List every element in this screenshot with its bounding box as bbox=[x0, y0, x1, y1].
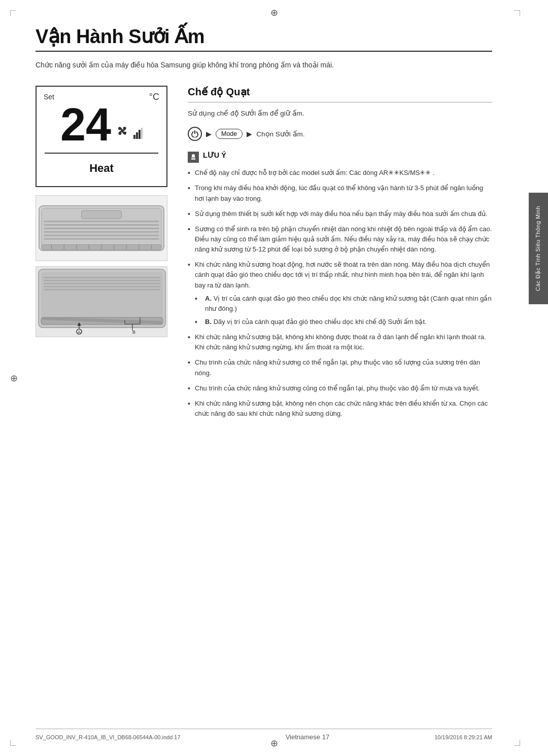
svg-rect-45 bbox=[191, 159, 195, 160]
page-subtitle: Chức năng sưởi ấm của máy điều hòa Samsu… bbox=[36, 60, 492, 70]
svg-rect-4 bbox=[141, 128, 143, 139]
sub-label-a: A. bbox=[205, 295, 212, 302]
note-item-7: Chu trình của chức năng khử sương có thể… bbox=[188, 357, 492, 378]
svg-rect-11 bbox=[44, 235, 159, 236]
section-heading: Chế độ Quạt bbox=[188, 86, 492, 102]
note-item-5: Khi chức năng khử sương hoạt động, hơi n… bbox=[188, 260, 492, 327]
title-divider bbox=[36, 51, 492, 52]
corner-mark-bl bbox=[10, 740, 16, 746]
svg-rect-10 bbox=[44, 231, 159, 233]
svg-rect-1 bbox=[133, 135, 135, 139]
note-item-2: Trong khi máy điều hòa khởi động, lúc đầ… bbox=[188, 183, 492, 203]
footer-page-number: Vietnamese 17 bbox=[286, 733, 330, 741]
note-item-6: Khi chức năng khử sương bật, không khí k… bbox=[188, 332, 492, 352]
svg-rect-13 bbox=[82, 211, 122, 219]
svg-rect-7 bbox=[44, 221, 159, 222]
ac-unit-top-image bbox=[36, 195, 167, 261]
sub-notes-list: A. Vị trí của cánh quạt đảo gió theo chi… bbox=[195, 294, 492, 327]
svg-rect-3 bbox=[139, 130, 141, 139]
side-tab: Các Đặc Tính Siêu Thông Minh bbox=[529, 193, 548, 304]
right-column: Chế độ Quạt Sử dụng chế độ Sưởi ấm để gi… bbox=[188, 86, 492, 424]
notes-list: Chế độ này chỉ được hỗ trợ bởi các model… bbox=[188, 168, 492, 419]
svg-rect-25 bbox=[41, 272, 163, 322]
sub-note-a: A. Vị trí của cánh quạt đảo gió theo chi… bbox=[195, 294, 492, 314]
svg-rect-9 bbox=[44, 228, 159, 229]
sub-label-b: B. bbox=[205, 318, 212, 326]
sub-text-b: Dãy vị trí của cánh quạt đảo gió theo ch… bbox=[214, 318, 427, 326]
svg-rect-30 bbox=[44, 289, 160, 291]
svg-point-0 bbox=[121, 129, 124, 132]
sub-note-b: B. Dãy vị trí của cánh quạt đảo gió theo… bbox=[195, 317, 492, 327]
svg-rect-44 bbox=[191, 158, 195, 159]
footer-timestamp: 10/19/2016 8:29:21 AM bbox=[434, 734, 492, 740]
svg-rect-28 bbox=[44, 283, 160, 284]
arrow-right-1: ▶ bbox=[206, 130, 212, 138]
set-label: Set bbox=[44, 93, 54, 101]
note-item-9: Khi chức năng khử sương bật, không nên c… bbox=[188, 399, 492, 419]
note-item-8: Chu trình của chức năng khử sương cũng c… bbox=[188, 383, 492, 393]
mode-instruction-text: Chọn Sưởi ấm. bbox=[256, 130, 304, 138]
note-item-1: Chế độ này chỉ được hỗ trợ bởi các model… bbox=[188, 168, 492, 178]
page-footer: SV_GOOD_INV_R-410A_IB_VI_DB68-06544A-00.… bbox=[36, 729, 492, 741]
heat-label: Heat bbox=[45, 159, 158, 176]
temperature-display: 24 bbox=[45, 102, 158, 148]
left-column: Set °C 24 bbox=[36, 86, 167, 337]
corner-mark-br bbox=[514, 740, 520, 746]
arrow-right-2: ▶ bbox=[247, 130, 252, 138]
svg-text:A: A bbox=[78, 330, 81, 335]
svg-rect-2 bbox=[136, 132, 138, 139]
two-column-layout: Set °C 24 bbox=[36, 86, 492, 424]
main-content: Vận Hành Sưởi Ấm Chức năng sưởi ấm của m… bbox=[0, 0, 548, 454]
footer-filename: SV_GOOD_INV_R-410A_IB_VI_DB68-06544A-00.… bbox=[36, 734, 181, 740]
reg-mark-top: ⊕ bbox=[270, 7, 278, 18]
svg-rect-27 bbox=[44, 280, 160, 281]
section-description: Sử dụng chế độ Sưởi ấm để giữ ấm. bbox=[188, 109, 492, 119]
svg-text:B: B bbox=[132, 330, 135, 335]
note-heading: LƯU Ý bbox=[203, 151, 226, 159]
mode-button: Mode bbox=[216, 129, 243, 139]
corner-mark-tl bbox=[10, 10, 16, 16]
svg-rect-43 bbox=[193, 154, 194, 155]
mode-instruction: ▶ Mode ▶ Chọn Sưởi ấm. bbox=[188, 127, 492, 141]
power-icon bbox=[188, 127, 202, 141]
svg-rect-29 bbox=[44, 286, 160, 287]
signal-icon bbox=[133, 128, 143, 140]
page-title: Vận Hành Sưởi Ấm bbox=[36, 25, 492, 48]
fan-icon bbox=[113, 122, 131, 142]
note-icon bbox=[188, 152, 199, 163]
celsius-symbol: °C bbox=[149, 92, 159, 102]
ac-unit-bottom-image: A B bbox=[36, 266, 167, 337]
reg-mark-left: ⊕ bbox=[10, 373, 18, 384]
reg-mark-bottom: ⊕ bbox=[270, 738, 278, 749]
note-section: LƯU Ý bbox=[188, 151, 492, 163]
svg-rect-12 bbox=[44, 238, 159, 240]
display-divider bbox=[45, 153, 158, 154]
svg-rect-26 bbox=[44, 277, 160, 278]
display-panel: Set °C 24 bbox=[36, 86, 167, 187]
sub-text-a: Vị trí của cánh quạt đảo gió theo chiều … bbox=[205, 295, 492, 312]
svg-rect-8 bbox=[44, 224, 159, 226]
temperature-value: 24 bbox=[60, 102, 111, 148]
corner-mark-tr bbox=[514, 10, 520, 16]
note-item-4: Sương có thể sinh ra trên bộ phận chuyển… bbox=[188, 224, 492, 255]
page-container: ⊕ ⊕ Các Đặc Tính Siêu Thông Minh Vận Hàn… bbox=[0, 0, 548, 756]
note-item-3: Sử dụng thêm thiết bị sưởi kết hợp với m… bbox=[188, 209, 492, 219]
